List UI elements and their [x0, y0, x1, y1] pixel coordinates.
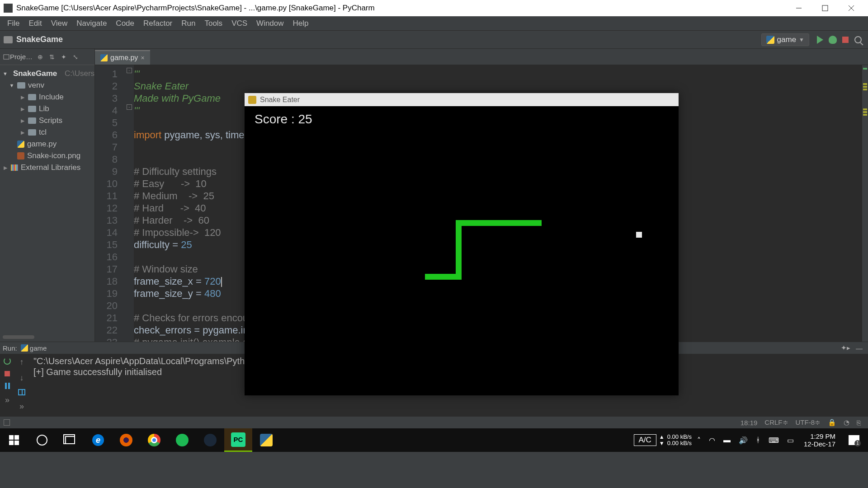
tool-window-button[interactable]	[4, 419, 10, 426]
fold-column: - -	[126, 65, 134, 342]
project-tool-label[interactable]: Proje…	[10, 53, 33, 61]
stop-button[interactable]	[839, 33, 852, 46]
search-everywhere-button[interactable]	[852, 33, 864, 46]
run-label: Run:	[3, 344, 17, 352]
more-button[interactable]: »	[5, 395, 9, 405]
menu-code[interactable]: Code	[111, 17, 139, 30]
close-tab-icon[interactable]: ×	[141, 54, 144, 61]
project-tool-header: Proje… ⊕ ⇅ ✦ ⤡	[0, 49, 94, 65]
pause-button[interactable]	[5, 383, 10, 389]
close-button[interactable]	[838, 0, 864, 16]
tree-scripts[interactable]: ▶Scripts	[0, 115, 94, 127]
tree-include[interactable]: ▶Include	[0, 91, 94, 103]
gear-icon[interactable]: ✦▸	[841, 344, 850, 352]
run-controls-right: ↑ ↓ »	[14, 354, 29, 416]
wifi-icon[interactable]: ◠	[709, 436, 715, 445]
folder-icon	[4, 36, 13, 43]
fold-marker[interactable]: -	[127, 104, 132, 110]
snake-segment	[456, 220, 462, 280]
tree-venv[interactable]: ▼venv	[0, 80, 94, 91]
down-button[interactable]: ↓	[20, 373, 24, 383]
volume-icon[interactable]: 🔊	[739, 436, 748, 445]
scroll-icon[interactable]: ⇅	[48, 53, 56, 61]
chrome-app[interactable]	[140, 428, 168, 452]
menu-vcs[interactable]: VCS	[227, 17, 252, 30]
bluetooth-icon[interactable]: ᚼ	[756, 436, 760, 444]
tree-lib[interactable]: ▶Lib	[0, 103, 94, 115]
python-app[interactable]	[252, 428, 280, 452]
memory-icon[interactable]: ⎘	[857, 419, 861, 427]
menu-navigate[interactable]: Navigate	[72, 17, 111, 30]
maximize-button[interactable]	[812, 0, 838, 16]
task-view-button[interactable]	[56, 428, 84, 452]
app-icon	[4, 4, 13, 13]
run-button[interactable]	[814, 33, 826, 46]
start-button[interactable]	[0, 428, 28, 452]
navigation-toolbar: SnakeGame game ▼	[0, 31, 868, 49]
editor-tabs: game.py ×	[95, 49, 868, 65]
run-config-name: game	[30, 344, 47, 352]
ac-indicator[interactable]: A/C	[634, 434, 656, 446]
pygame-title: Snake Eater	[260, 96, 300, 104]
menu-window[interactable]: Window	[252, 17, 288, 30]
menu-help[interactable]: Help	[288, 17, 313, 30]
breadcrumb[interactable]: SnakeGame	[16, 35, 63, 44]
pygame-window[interactable]: Snake Eater Score : 25	[245, 93, 679, 395]
rerun-button[interactable]	[4, 357, 11, 365]
more-button[interactable]: »	[19, 402, 24, 411]
game-canvas: Score : 25	[245, 106, 679, 395]
battery-icon[interactable]: ▬	[723, 436, 731, 444]
notifications-button[interactable]: 1	[840, 428, 868, 452]
net-speed: 0.00 kB/s0.00 kB/s	[667, 434, 692, 446]
menu-file[interactable]: File	[3, 17, 24, 30]
window-titlebar: SnakeGame [C:\Users\Acer Aspire\PycharmP…	[0, 0, 868, 16]
settings-icon[interactable]: ✦	[60, 53, 68, 61]
inspection-icon[interactable]: ◔	[844, 418, 849, 427]
svg-rect-1	[822, 5, 828, 11]
edge-app[interactable]: e	[84, 428, 112, 452]
sidebar-scrollbar[interactable]	[3, 335, 34, 339]
hide-icon[interactable]: ⤡	[71, 53, 80, 61]
debug-button[interactable]	[826, 33, 839, 46]
menu-refactor[interactable]: Refactor	[139, 17, 177, 30]
pycharm-app[interactable]: PC	[224, 428, 252, 452]
taskbar-clock[interactable]: 1:29 PM12-Dec-17	[804, 432, 835, 448]
status-line-sep[interactable]: CRLF≑	[764, 418, 788, 427]
menu-edit[interactable]: Edit	[24, 17, 46, 30]
tree-root[interactable]: ▼SnakeGame C:\Users	[0, 68, 94, 80]
food	[636, 232, 642, 238]
stop-button[interactable]	[5, 371, 10, 376]
spotify-app[interactable]	[168, 428, 196, 452]
tree-snakepng[interactable]: ▶Snake-icon.png	[0, 150, 94, 162]
project-icon	[3, 53, 10, 61]
tree-tcl[interactable]: ▶tcl	[0, 127, 94, 138]
status-encoding[interactable]: UTF-8≑	[796, 418, 821, 427]
steam-app[interactable]	[196, 428, 224, 452]
tree-external-libs[interactable]: ▶External Libraries	[0, 162, 94, 174]
tree-gamepy[interactable]: ▶game.py	[0, 138, 94, 150]
svg-rect-4	[4, 55, 9, 59]
firefox-app[interactable]	[112, 428, 140, 452]
error-stripe[interactable]	[862, 65, 868, 342]
run-config-selector[interactable]: game ▼	[761, 33, 809, 46]
menu-tools[interactable]: Tools	[200, 17, 227, 30]
python-icon	[21, 344, 28, 352]
soft-wrap-button[interactable]	[18, 389, 25, 395]
menu-view[interactable]: View	[47, 17, 72, 30]
menu-bar: File Edit View Navigate Code Refactor Ru…	[0, 16, 868, 31]
up-button[interactable]: ↑	[20, 357, 24, 367]
keyboard-icon[interactable]: ⌨	[769, 436, 779, 445]
hide-icon[interactable]: —	[856, 344, 863, 352]
fold-marker[interactable]: -	[127, 68, 132, 73]
cortana-button[interactable]	[28, 428, 56, 452]
pygame-titlebar[interactable]: Snake Eater	[245, 93, 679, 106]
menu-run[interactable]: Run	[177, 17, 200, 30]
minimize-button[interactable]	[786, 0, 812, 16]
projector-icon[interactable]: ▭	[787, 436, 794, 445]
lock-icon[interactable]: 🔒	[828, 418, 836, 427]
tab-gamepy[interactable]: game.py ×	[95, 50, 150, 65]
tray-chevron-icon[interactable]: ˄	[697, 436, 701, 445]
run-config-name: game	[777, 35, 797, 44]
collapse-icon[interactable]: ⊕	[36, 53, 44, 61]
system-tray: ˄ ◠ ▬ 🔊 ᚼ ⌨ ▭	[692, 436, 799, 445]
